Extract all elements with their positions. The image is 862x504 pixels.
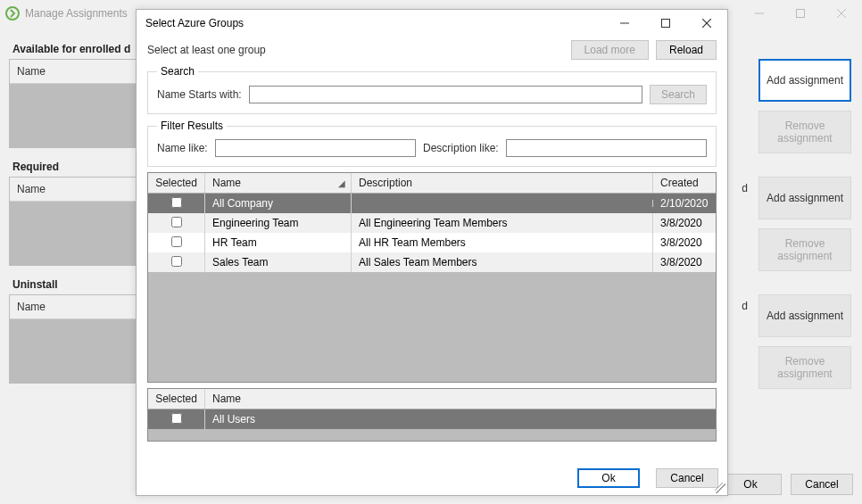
parent-ok-button[interactable]: Ok: [719, 474, 782, 495]
col-header-created[interactable]: Created: [653, 173, 716, 193]
parent-cancel-button[interactable]: Cancel: [791, 474, 853, 495]
row-name: Engineering Team: [205, 213, 352, 233]
search-group: Search Name Starts with: Search: [147, 65, 717, 114]
table-row[interactable]: Sales TeamAll Sales Team Members3/8/2020: [148, 252, 716, 272]
truncated-d-uninstall: d: [742, 300, 748, 312]
row-description: All Sales Team Members: [352, 252, 653, 272]
remove-assignment-button-available[interactable]: Remove assignment: [758, 111, 851, 153]
parent-title: Manage Assignments: [25, 7, 128, 20]
name-like-input[interactable]: [215, 139, 416, 157]
parent-minimize-button[interactable]: [739, 0, 780, 27]
sort-indicator-icon: ◢: [338, 178, 345, 188]
modal-minimize-button[interactable]: [604, 10, 645, 37]
add-assignment-button-required[interactable]: Add assignment: [758, 177, 851, 219]
fixed-col-header-selected[interactable]: Selected: [148, 389, 205, 409]
modal-instruction: Select at least one group: [147, 44, 571, 56]
parent-window-controls: [739, 0, 862, 27]
table-row[interactable]: Engineering TeamAll Engineering Team Mem…: [148, 213, 716, 233]
app-icon: [5, 6, 20, 21]
fixed-col-header-name[interactable]: Name: [205, 389, 716, 409]
table-row[interactable]: All Company2/10/2020: [148, 194, 716, 213]
fixed-row-name: All Users: [205, 409, 716, 429]
row-name: Sales Team: [205, 252, 352, 272]
groups-grid: Selected Name ◢ Description Created All …: [147, 172, 717, 383]
filter-group: Filter Results Name like: Description li…: [147, 120, 717, 167]
col-header-name[interactable]: Name ◢: [205, 173, 352, 193]
add-assignment-button-uninstall[interactable]: Add assignment: [758, 294, 851, 337]
row-description: All Engineering Team Members: [352, 213, 653, 233]
svg-rect-2: [797, 10, 805, 18]
row-checkbox[interactable]: [171, 256, 182, 267]
remove-assignment-button-required[interactable]: Remove assignment: [758, 228, 851, 271]
row-checkbox[interactable]: [171, 217, 182, 227]
row-checkbox[interactable]: [171, 197, 182, 208]
search-legend: Search: [157, 65, 198, 78]
select-azure-groups-dialog: Select Azure Groups Select at least one …: [136, 9, 728, 496]
modal-close-button[interactable]: [686, 10, 727, 37]
load-more-button[interactable]: Load more: [571, 40, 649, 60]
fixed-groups-grid: Selected Name All Users: [147, 388, 717, 442]
remove-assignment-button-uninstall[interactable]: Remove assignment: [758, 346, 851, 389]
parent-maximize-button[interactable]: [780, 0, 821, 27]
row-created: 3/8/2020: [653, 252, 716, 272]
modal-ok-button[interactable]: Ok: [577, 468, 640, 488]
fixed-row-checkbox[interactable]: [171, 413, 182, 424]
reload-button[interactable]: Reload: [656, 40, 717, 60]
row-checkbox[interactable]: [171, 236, 182, 247]
col-header-description[interactable]: Description: [352, 173, 653, 193]
row-name: HR Team: [205, 233, 352, 252]
table-row[interactable]: HR TeamAll HR Team Members3/8/2020: [148, 233, 716, 252]
modal-title: Select Azure Groups: [145, 17, 244, 29]
desc-like-label: Description like:: [423, 142, 499, 154]
search-button[interactable]: Search: [650, 85, 707, 104]
parent-close-button[interactable]: [821, 0, 862, 27]
svg-point-0: [6, 7, 19, 20]
row-created: 3/8/2020: [653, 213, 716, 233]
row-name: All Company: [205, 194, 352, 213]
row-created: 3/8/2020: [653, 233, 716, 252]
row-description: [352, 200, 653, 207]
modal-maximize-button[interactable]: [645, 10, 686, 37]
filter-legend: Filter Results: [157, 120, 227, 132]
row-created: 2/10/2020: [653, 194, 716, 213]
modal-cancel-button[interactable]: Cancel: [656, 468, 718, 488]
starts-with-input[interactable]: [249, 86, 642, 103]
truncated-d-required: d: [742, 182, 748, 194]
add-assignment-button-available[interactable]: Add assignment: [758, 59, 851, 102]
desc-like-input[interactable]: [506, 139, 707, 157]
starts-with-label: Name Starts with:: [157, 88, 242, 101]
resize-grip-icon[interactable]: [715, 483, 725, 493]
col-header-selected[interactable]: Selected: [148, 173, 205, 193]
fixed-row-all-users[interactable]: All Users: [148, 409, 716, 429]
svg-rect-6: [662, 20, 670, 28]
name-like-label: Name like:: [157, 142, 208, 154]
row-description: All HR Team Members: [352, 233, 653, 252]
